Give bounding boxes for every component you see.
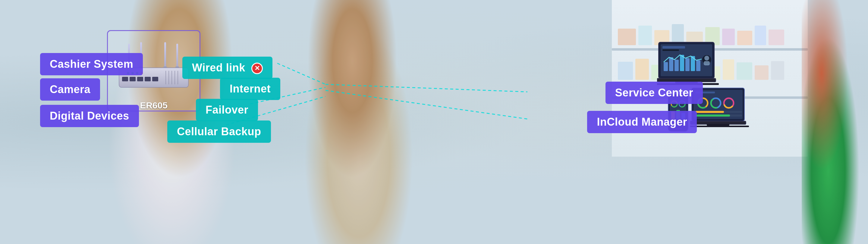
person-right xyxy=(802,0,868,244)
camera-label: Camera xyxy=(40,78,100,101)
failover-label: Failover xyxy=(196,99,258,121)
svg-rect-72 xyxy=(707,124,730,126)
svg-rect-21 xyxy=(130,77,135,81)
svg-rect-46 xyxy=(704,61,710,65)
cashier-system-label: Cashier System xyxy=(40,53,143,75)
svg-rect-33 xyxy=(662,50,679,51)
svg-rect-34 xyxy=(664,62,668,71)
svg-rect-38 xyxy=(685,58,689,71)
service-laptop-svg xyxy=(657,41,723,86)
svg-rect-32 xyxy=(662,46,685,49)
svg-rect-22 xyxy=(137,77,143,81)
incloud-manager-label: InCloud Manager xyxy=(587,111,697,133)
svg-rect-40 xyxy=(696,60,701,71)
wired-link-label: Wired link ✕ xyxy=(182,57,273,79)
customer-person xyxy=(296,0,422,244)
digital-devices-label: Digital Devices xyxy=(40,105,139,127)
svg-rect-23 xyxy=(145,77,151,81)
internet-label: Internet xyxy=(220,78,280,100)
cellular-backup-label: Cellular Backup xyxy=(167,121,271,143)
svg-rect-70 xyxy=(695,115,730,117)
svg-rect-73 xyxy=(690,126,749,127)
svg-rect-20 xyxy=(122,77,128,81)
svg-rect-36 xyxy=(675,60,679,71)
svg-rect-39 xyxy=(691,56,695,71)
svg-rect-68 xyxy=(695,111,724,113)
wired-link-error-icon: ✕ xyxy=(251,63,263,74)
svg-rect-35 xyxy=(669,57,673,71)
service-center-label: Service Center xyxy=(606,82,703,104)
svg-point-45 xyxy=(704,56,709,61)
router-model-label: ER605 xyxy=(140,100,167,111)
svg-rect-9 xyxy=(164,42,166,68)
service-center-device xyxy=(657,41,723,86)
svg-rect-10 xyxy=(176,44,178,68)
svg-rect-24 xyxy=(152,77,158,81)
